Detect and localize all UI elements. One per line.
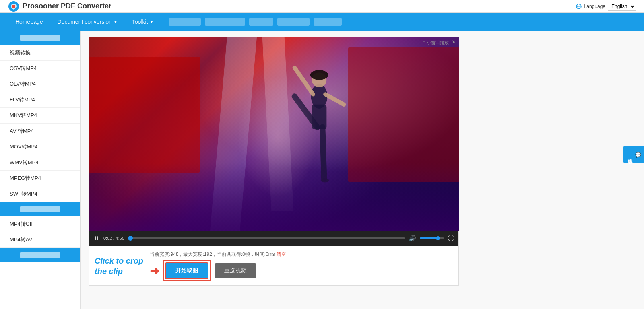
nav-ph-2	[205, 18, 245, 26]
nav-toolkit-arrow: ▼	[150, 20, 154, 24]
nav-ph-3	[249, 18, 273, 26]
sidebar-item-videotransfer[interactable]: 视频转换	[0, 45, 80, 61]
video-controls: ⏸ 0:02 / 4:55 🔊 ⛶	[89, 231, 458, 246]
svg-line-9	[325, 94, 344, 104]
logo-text: Prosooner PDF Converter	[23, 2, 111, 10]
sidebar-header-2-placeholder	[20, 206, 60, 212]
fullscreen-button[interactable]: ⛶	[448, 235, 454, 241]
info-section: 当前宽度:948，最大宽度:192，当前共取得:0帧，时间:0ms 清空 ➜ 开…	[150, 250, 453, 281]
sidebar-item-mov2mp4[interactable]: MOV转MP4	[0, 139, 80, 155]
reset-video-button[interactable]: 重选视频	[215, 263, 256, 278]
sidebar-section-3-header[interactable]	[0, 248, 80, 262]
svg-point-1	[12, 5, 15, 8]
sidebar-section-2-header[interactable]	[0, 202, 80, 216]
volume-fill	[420, 237, 438, 239]
header-left: Prosooner PDF Converter	[8, 1, 111, 12]
wall-left	[89, 57, 200, 173]
time-display: 0:02 / 4:55	[103, 236, 124, 241]
sidebar-item-avi2mp4[interactable]: AVI转MP4	[0, 124, 80, 139]
sidebar-item-swf2mp4[interactable]: SWF转MP4	[0, 186, 80, 202]
navbar: Homepage Document conversion ▼ Toolkit ▼	[0, 13, 644, 31]
nav-toolkit[interactable]: Toolkit ▼	[125, 13, 161, 31]
sidebar-item-qsv2mp4[interactable]: QSV转MP4	[0, 61, 80, 76]
chat-icon: 💬	[635, 152, 641, 158]
mini-label: □ 小窗口播放	[423, 40, 449, 46]
sidebar-item-wmv2mp4[interactable]: WMV转MP4	[0, 155, 80, 171]
volume-button[interactable]: 🔊	[409, 235, 416, 241]
language-label: Language	[584, 4, 605, 9]
video-frame	[89, 37, 459, 231]
sidebar-section-1-header[interactable]	[0, 31, 80, 45]
info-bar: Click to crop the clip 当前宽度:948，最大宽度:192…	[89, 246, 458, 285]
nav-ph-4	[277, 18, 310, 26]
sidebar: 视频转换 QSV转MP4 QLV转MP4 FLV转MP4 MKV转MP4 AVI…	[0, 31, 80, 309]
sidebar-item-mpeg2mp4[interactable]: MPEG转MP4	[0, 171, 80, 186]
content-area: □ 小窗口播放 ✕	[80, 31, 644, 309]
sidebar-item-mkv2mp4[interactable]: MKV转MP4	[0, 108, 80, 124]
sidebar-header-1-placeholder	[20, 35, 60, 41]
dancer-glow	[237, 76, 318, 197]
online-service-widget[interactable]: 💬 在线客服	[623, 146, 644, 163]
nav-document-conversion[interactable]: Document conversion ▼	[50, 13, 125, 31]
sidebar-item-mp42avi[interactable]: MP4转AVI	[0, 232, 80, 248]
sidebar-item-flv2mp4[interactable]: FLV转MP4	[0, 92, 80, 108]
language-dropdown[interactable]: English 中文	[608, 2, 636, 11]
nav-document-arrow: ▼	[114, 20, 118, 24]
clear-button[interactable]: 清空	[277, 251, 286, 257]
pause-button[interactable]: ⏸	[94, 235, 99, 241]
volume-thumb[interactable]	[436, 236, 440, 240]
progress-thumb[interactable]	[128, 236, 133, 241]
arrow-indicator: ➜	[150, 264, 159, 278]
nav-homepage[interactable]: Homepage	[8, 13, 50, 31]
click-to-crop-text: Click to crop the clip	[95, 255, 143, 276]
main-layout: 视频转换 QSV转MP4 QLV转MP4 FLV转MP4 MKV转MP4 AVI…	[0, 31, 644, 309]
globe-icon	[576, 4, 582, 9]
volume-slider[interactable]	[420, 237, 444, 239]
video-container: □ 小窗口播放 ✕	[89, 37, 459, 286]
sidebar-item-mp42gif[interactable]: MP4转GIF	[0, 216, 80, 232]
logo-icon	[8, 1, 19, 12]
sidebar-header-3-placeholder	[20, 252, 60, 258]
nav-ph-5	[314, 18, 342, 26]
language-selector[interactable]: Language English 中文	[576, 2, 636, 11]
progress-bar[interactable]	[128, 237, 405, 239]
header: Prosooner PDF Converter Language English…	[0, 0, 644, 13]
action-buttons: ➜ 开始取图 重选视频	[150, 260, 453, 281]
video-close-btn[interactable]: ✕	[452, 39, 456, 45]
start-capture-button[interactable]: 开始取图	[165, 262, 208, 279]
nav-ph-1	[169, 18, 201, 26]
info-stats: 当前宽度:948，最大宽度:192，当前共取得:0帧，时间:0ms 清空	[150, 250, 453, 258]
nav-placeholders	[169, 18, 342, 26]
start-btn-wrapper: 开始取图	[163, 260, 211, 281]
sidebar-item-qlv2mp4[interactable]: QLV转MP4	[0, 76, 80, 92]
